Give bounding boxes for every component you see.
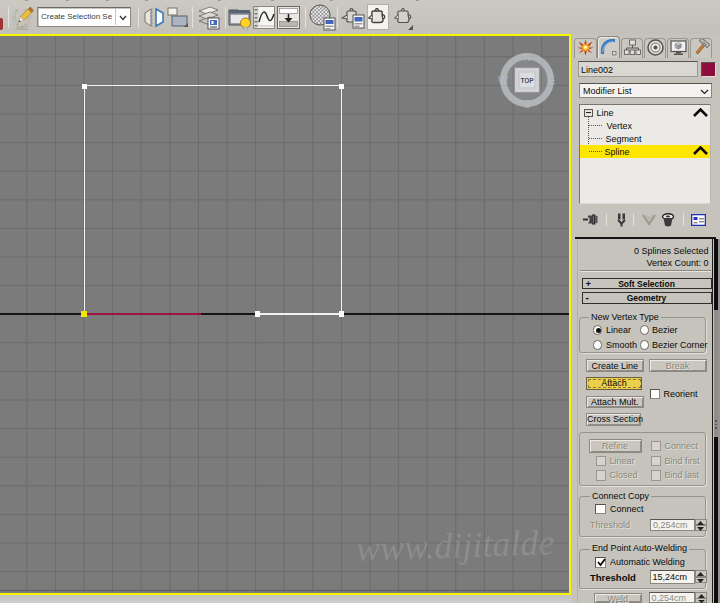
svg-text:S: S [523,97,530,109]
svg-text:ABC: ABC [16,25,29,31]
svg-text:N: N [523,51,531,63]
svg-text:E: E [548,74,555,86]
svg-text:TOP: TOP [520,76,534,83]
svg-text:W: W [498,74,508,86]
svg-text:{: { [12,7,18,26]
